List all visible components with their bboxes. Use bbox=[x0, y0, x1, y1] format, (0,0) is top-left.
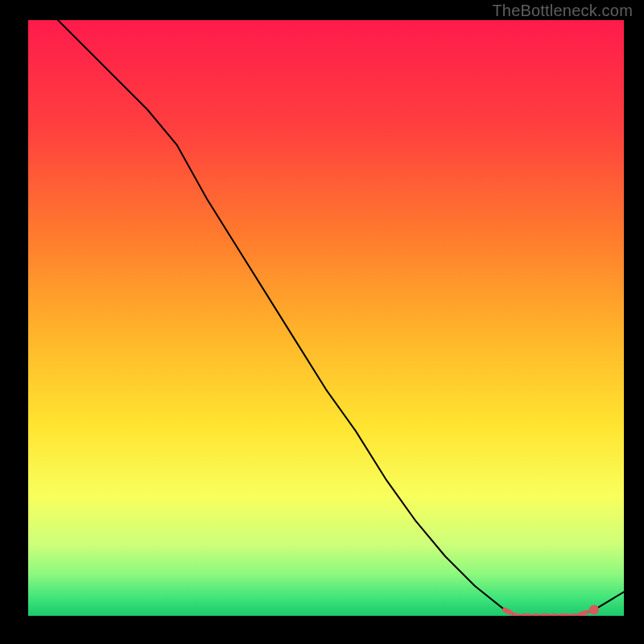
chart-background bbox=[28, 20, 624, 616]
chart-container: TheBottleneck.com bbox=[0, 0, 644, 644]
plot-area bbox=[28, 20, 624, 616]
chart-svg bbox=[28, 20, 624, 616]
highlight-endpoint bbox=[589, 605, 599, 615]
watermark-text: TheBottleneck.com bbox=[492, 2, 633, 20]
